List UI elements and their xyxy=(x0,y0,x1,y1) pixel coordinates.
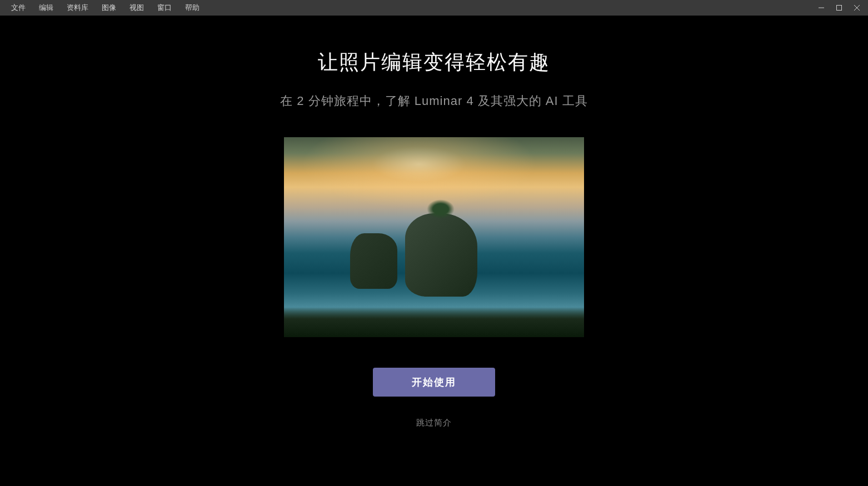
menu-edit[interactable]: 编辑 xyxy=(32,0,60,16)
start-button[interactable]: 开始使用 xyxy=(373,368,495,397)
maximize-icon xyxy=(836,5,842,11)
close-button[interactable] xyxy=(848,0,866,16)
hero-foreground-decoration xyxy=(284,307,584,337)
menu-view[interactable]: 视图 xyxy=(123,0,151,16)
close-icon xyxy=(854,5,860,11)
menu-help[interactable]: 帮助 xyxy=(178,0,206,16)
svg-rect-1 xyxy=(837,6,842,11)
menu-window[interactable]: 窗口 xyxy=(151,0,178,16)
menu-file[interactable]: 文件 xyxy=(4,0,32,16)
onboarding-content: 让照片编辑变得轻松有趣 在 2 分钟旅程中，了解 Luminar 4 及其强大的… xyxy=(0,16,868,428)
page-title: 让照片编辑变得轻松有趣 xyxy=(318,49,550,76)
menu-image[interactable]: 图像 xyxy=(95,0,123,16)
menu-library[interactable]: 资料库 xyxy=(60,0,95,16)
menu-items: 文件 编辑 资料库 图像 视图 窗口 帮助 xyxy=(4,0,206,16)
hero-rock-decoration xyxy=(405,213,477,297)
skip-intro-link[interactable]: 跳过简介 xyxy=(416,418,452,428)
menubar: 文件 编辑 资料库 图像 视图 窗口 帮助 xyxy=(0,0,868,16)
hero-image xyxy=(284,137,584,337)
page-subtitle: 在 2 分钟旅程中，了解 Luminar 4 及其强大的 AI 工具 xyxy=(280,93,588,109)
hero-rock-decoration xyxy=(350,233,397,289)
window-controls xyxy=(812,0,866,16)
maximize-button[interactable] xyxy=(830,0,848,16)
minimize-icon xyxy=(819,5,824,11)
minimize-button[interactable] xyxy=(812,0,830,16)
